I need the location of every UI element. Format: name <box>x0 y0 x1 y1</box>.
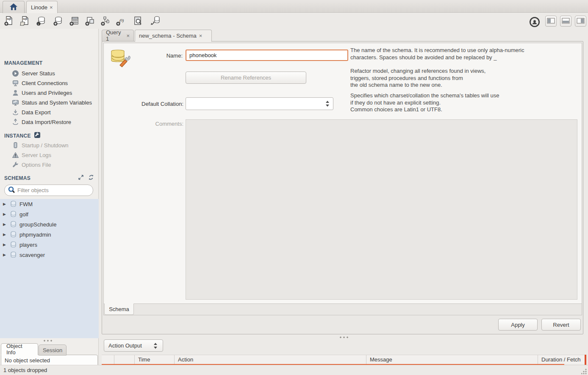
sidebar-item-options-file[interactable]: Options File <box>0 160 99 169</box>
sidebar-item-data-export[interactable]: Data Export <box>0 108 99 116</box>
main-toolbar: SQL SQL i ( )0 <box>0 13 588 29</box>
resize-grip[interactable] <box>581 368 587 374</box>
output-splitter[interactable] <box>339 336 349 338</box>
sidebar-item-label: Server Status <box>22 70 55 77</box>
schema-filter-input[interactable] <box>17 187 85 193</box>
search-icon <box>8 186 15 194</box>
create-view-icon[interactable] <box>84 15 96 27</box>
tab-query-1[interactable]: Query 1 × <box>102 30 134 41</box>
schema-list: ▶ FWM ▶ golf ▶ groupSchedule ▶ phpmyadmi… <box>0 199 99 338</box>
tab-label: Schema <box>109 306 129 312</box>
sidebar-item-label: Options File <box>22 162 51 168</box>
schema-item-label: phpmyadmin <box>19 232 51 238</box>
schema-name-input[interactable] <box>186 50 348 61</box>
expander-icon[interactable]: ▶ <box>3 202 7 206</box>
sidebar-item-status-variables[interactable]: Status and System Variables <box>0 98 99 107</box>
expand-schemas-icon[interactable] <box>78 174 84 182</box>
spinner-icon <box>154 343 158 349</box>
create-function-icon[interactable]: ( )0 <box>115 15 127 27</box>
schema-icon <box>10 211 17 218</box>
collation-select[interactable] <box>186 97 333 110</box>
sidebar-item-client-connections[interactable]: Client Connections <box>0 79 99 87</box>
new-sql-tab-icon[interactable]: SQL <box>3 15 15 27</box>
schemas-section-title: SCHEMAS <box>4 175 31 181</box>
status-text: 1 objects dropped <box>3 367 47 373</box>
home-tab[interactable] <box>3 1 25 13</box>
close-icon[interactable]: × <box>126 33 130 39</box>
tab-label: Object Info <box>6 343 33 356</box>
output-col-action[interactable]: Action <box>175 355 366 364</box>
create-schema-icon[interactable] <box>53 15 64 27</box>
collation-help-text: Specifies which charset/collation the sc… <box>350 92 571 113</box>
refresh-schemas-icon[interactable] <box>88 174 94 182</box>
schema-filter <box>4 185 93 196</box>
sidebar-item-server-status[interactable]: Server Status <box>0 69 99 77</box>
schema-icon <box>10 201 17 208</box>
name-help-text: The name of the schema. It is recommende… <box>350 47 571 61</box>
output-col-index <box>114 355 135 364</box>
tab-new-schema[interactable]: new_schema - Schema × <box>135 30 212 42</box>
sidebar-item-label: Data Export <box>22 109 51 116</box>
open-sql-script-icon[interactable]: SQL <box>19 15 31 27</box>
schema-editor-icon <box>110 47 132 71</box>
output-selector[interactable]: Action Output <box>104 339 163 352</box>
system-variables-icon <box>12 99 19 106</box>
client-connections-icon <box>12 80 19 87</box>
toggle-bottom-panel-button[interactable] <box>560 16 571 27</box>
output-col-time[interactable]: Time <box>135 355 175 364</box>
expander-icon[interactable]: ▶ <box>3 222 7 226</box>
output-col-duration[interactable]: Duration / Fetch <box>538 355 585 364</box>
svg-text:0: 0 <box>121 18 123 22</box>
management-section-title: MANAGEMENT <box>4 60 42 66</box>
toggle-bottom-panel-icon <box>562 18 570 25</box>
tab-schema[interactable]: Schema <box>104 303 134 315</box>
expander-icon[interactable]: ▶ <box>3 253 7 257</box>
revert-button[interactable]: Revert <box>541 319 581 331</box>
svg-text:SQL: SQL <box>7 18 12 20</box>
expander-icon[interactable]: ▶ <box>3 243 7 247</box>
toggle-left-sidebar-button[interactable] <box>545 16 557 27</box>
apply-button[interactable]: Apply <box>498 319 538 331</box>
schema-item-golf[interactable]: ▶ golf <box>0 209 99 219</box>
search-table-data-icon[interactable] <box>132 15 144 27</box>
sidebar-item-startup-shutdown[interactable]: Startup / Shutdown <box>0 141 99 149</box>
create-table-icon[interactable] <box>69 15 80 27</box>
schema-editor-form: Name: The name of the schema. It is reco… <box>103 43 582 315</box>
comments-textarea[interactable] <box>186 119 577 300</box>
schema-editor-panel: Name: The name of the schema. It is reco… <box>102 41 583 334</box>
output-selector-label: Action Output <box>108 342 142 349</box>
object-info-text: No object selected <box>5 357 50 364</box>
connection-lock-icon <box>529 16 541 28</box>
sidebar-item-server-logs[interactable]: Server Logs <box>0 151 99 159</box>
tab-session[interactable]: Session <box>39 345 67 356</box>
schema-icon <box>10 241 17 248</box>
create-procedure-icon[interactable] <box>100 15 112 27</box>
sidebar-item-users-privileges[interactable]: Users and Privileges <box>0 88 99 97</box>
schema-item-groupschedule[interactable]: ▶ groupSchedule <box>0 219 99 229</box>
instance-config-icon[interactable] <box>34 132 41 140</box>
sidebar-item-label: Data Import/Restore <box>22 119 71 125</box>
status-bar: 1 objects dropped <box>0 365 588 375</box>
svg-text:i: i <box>38 22 39 26</box>
close-icon[interactable]: × <box>50 5 53 10</box>
connection-tab[interactable]: Linode × <box>26 1 58 13</box>
tab-object-info[interactable]: Object Info <box>1 343 38 355</box>
close-icon[interactable]: × <box>199 33 202 39</box>
rename-references-button[interactable]: Rename References <box>186 72 306 84</box>
schema-item-fwm[interactable]: ▶ FWM <box>0 199 99 209</box>
toggle-right-sidebar-button[interactable] <box>575 16 586 27</box>
schema-inspector-icon[interactable]: i <box>36 15 47 27</box>
server-logs-icon <box>12 152 19 159</box>
expander-icon[interactable]: ▶ <box>3 232 7 237</box>
reconnect-dbms-icon[interactable] <box>149 15 161 27</box>
schema-item-players[interactable]: ▶ players <box>0 240 99 250</box>
sidebar-item-label: Users and Privileges <box>22 90 72 96</box>
output-col-message[interactable]: Message <box>366 355 538 364</box>
schema-item-scavenger[interactable]: ▶ scavenger <box>0 250 99 260</box>
output-table-header: Time Action Message Duration / Fetch <box>102 355 585 364</box>
sidebar-item-data-import[interactable]: Data Import/Restore <box>0 118 99 126</box>
schema-icon <box>10 251 17 259</box>
schema-item-phpmyadmin[interactable]: ▶ phpmyadmin <box>0 229 99 240</box>
expander-icon[interactable]: ▶ <box>3 212 7 216</box>
schema-item-label: golf <box>19 211 28 218</box>
